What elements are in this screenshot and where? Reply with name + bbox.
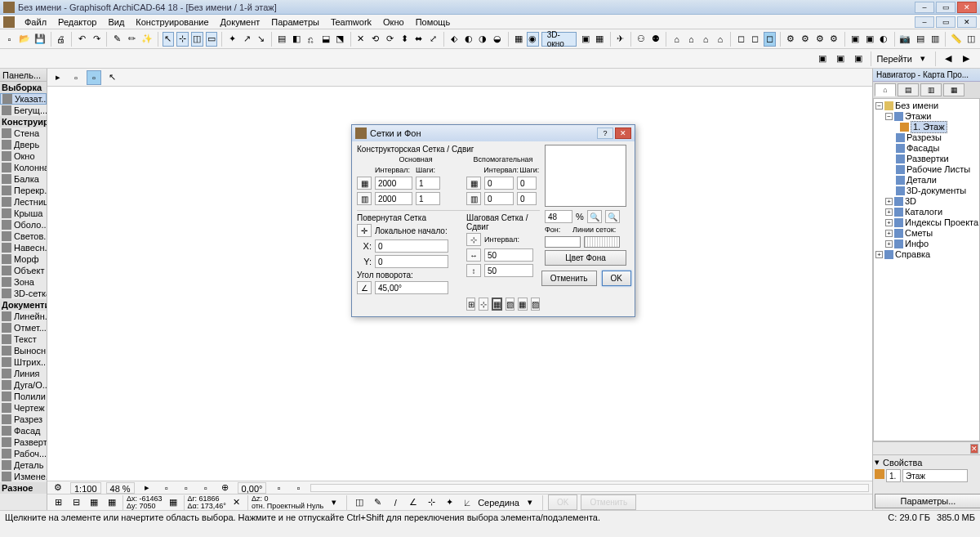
c3-icon[interactable]: ◐	[878, 32, 890, 47]
cursor-snap1-icon[interactable]: ↖	[163, 32, 175, 47]
selection-group[interactable]: Выборка	[0, 82, 47, 93]
menu-window[interactable]: Окно	[378, 17, 409, 27]
tree-item[interactable]: Детали	[875, 175, 978, 186]
camera-icon[interactable]: 📷	[898, 32, 911, 47]
expand-icon[interactable]: +	[885, 230, 893, 237]
view3d-icon[interactable]: ◉	[527, 32, 539, 47]
a1-icon[interactable]: ◻	[735, 32, 747, 47]
pointer-tool[interactable]: Указат...	[0, 93, 47, 105]
e2-icon[interactable]: ◫	[965, 32, 978, 47]
minimize-button[interactable]: –	[915, 2, 934, 13]
tool-d-icon[interactable]: ◧	[291, 32, 303, 47]
line-color-swatch[interactable]	[584, 236, 620, 248]
d2-icon[interactable]: ▤	[914, 32, 926, 47]
magic-icon[interactable]: ✨	[140, 32, 154, 47]
mdi-restore-button[interactable]: ▭	[936, 16, 956, 28]
tool-b-icon[interactable]: ↗	[241, 32, 253, 47]
dialog-cancel-button[interactable]: Отменить	[541, 271, 597, 286]
goto-dropdown-icon[interactable]: ▾	[915, 51, 930, 66]
tool-разное[interactable]: Разное	[0, 482, 47, 494]
grp1-icon[interactable]: ⌂	[670, 32, 683, 47]
tool-штрих[interactable]: Штрих...	[0, 356, 47, 368]
tool-фасад[interactable]: Фасад	[0, 425, 47, 436]
cb-b-icon[interactable]: ⊟	[69, 495, 83, 510]
grp3-icon[interactable]: ⌂	[700, 32, 712, 47]
tool-3dсетка[interactable]: 3D-сетка	[0, 288, 47, 299]
tool-балка[interactable]: Балка	[0, 173, 47, 185]
zoom-display[interactable]: 48 %	[106, 482, 135, 494]
new-icon[interactable]: ▫	[3, 32, 16, 47]
info-a-icon[interactable]: ▸	[51, 70, 65, 85]
expand-icon[interactable]: +	[875, 251, 883, 258]
tool-рабоч[interactable]: Рабоч...	[0, 448, 47, 459]
opt2-icon[interactable]: ⊹	[479, 298, 488, 311]
person1-icon[interactable]: ⚇	[635, 32, 648, 47]
percent-input[interactable]	[545, 210, 572, 223]
menu-help[interactable]: Помощь	[411, 17, 456, 27]
tool-разрез[interactable]: Разрез	[0, 414, 47, 425]
opt5-icon[interactable]: ▦	[518, 298, 527, 311]
b4-icon[interactable]: ⚙	[828, 32, 840, 47]
tool-c-icon[interactable]: ↘	[256, 32, 268, 47]
cb-k-icon[interactable]: ∠	[406, 495, 421, 510]
tool-выносн[interactable]: Выносн...	[0, 345, 47, 356]
tool-оболо[interactable]: Оболо...	[0, 219, 47, 230]
tool-линия[interactable]: Линия	[0, 368, 47, 379]
main-interval-y-input[interactable]	[375, 192, 412, 205]
main-steps-x-input[interactable]	[416, 177, 440, 190]
expand-icon[interactable]: −	[885, 113, 893, 120]
floor-number-input[interactable]	[886, 469, 901, 482]
tool-f-icon[interactable]: ⬓	[319, 32, 332, 47]
hscrollbar[interactable]	[310, 484, 869, 492]
origin-x-input[interactable]	[375, 239, 448, 253]
tool-стена[interactable]: Стена	[0, 128, 47, 139]
opt4-icon[interactable]: ▧	[506, 298, 514, 311]
b1-icon[interactable]: ⚙	[785, 32, 797, 47]
coord-ok-button[interactable]: OK	[548, 494, 577, 510]
tree-item[interactable]: +Индексы Проекта	[875, 217, 978, 228]
b2-icon[interactable]: ⚙	[800, 32, 812, 47]
zoom-fit-icon[interactable]: 🔍	[605, 210, 620, 223]
floor-name-input[interactable]	[902, 469, 968, 482]
tree-item[interactable]: Развертки	[875, 154, 978, 164]
navigator-tree[interactable]: −Без имени −Этажи 1. Этаж РазрезыФасадыР…	[873, 98, 980, 441]
info-d-icon[interactable]: ↖	[105, 70, 119, 85]
vb2-icon[interactable]: ▫	[159, 481, 174, 494]
tool-r-icon[interactable]: ▣	[579, 32, 591, 47]
snap-x-input[interactable]	[484, 248, 533, 262]
cb-m-icon[interactable]: ✦	[442, 495, 457, 510]
tool-зона[interactable]: Зона	[0, 276, 47, 288]
tool-морф[interactable]: Морф	[0, 253, 47, 265]
vb4-icon[interactable]: ▫	[198, 481, 213, 494]
opt3-icon[interactable]: ▦	[492, 298, 502, 311]
tree-story-1[interactable]: 1. Этаж	[875, 122, 978, 132]
maximize-button[interactable]: ▭	[936, 2, 956, 13]
bg-color-swatch[interactable]	[545, 236, 581, 248]
d3-icon[interactable]: ▥	[929, 32, 941, 47]
expand-icon[interactable]: +	[885, 240, 893, 248]
tool-g-icon[interactable]: ⬔	[334, 32, 346, 47]
tree-item[interactable]: +Инфо	[875, 239, 978, 249]
menu-file[interactable]: Файл	[20, 17, 51, 27]
tool-объект[interactable]: Объект	[0, 265, 47, 276]
nav-tab-layout[interactable]: ▥	[920, 83, 942, 96]
cb-a-icon[interactable]: ⊞	[51, 495, 65, 510]
tree-item[interactable]: +3D	[875, 196, 978, 207]
vb7-icon[interactable]: ▫	[291, 481, 305, 494]
vb6-icon[interactable]: ▫	[271, 481, 286, 494]
nav-tab-pub[interactable]: ▦	[943, 83, 964, 96]
tool-линейн[interactable]: Линейн...	[0, 311, 47, 322]
a2-icon[interactable]: ◻	[750, 32, 762, 47]
snap-y-input[interactable]	[484, 264, 533, 277]
tool-крыша[interactable]: Крыша	[0, 208, 47, 219]
tool-k-icon[interactable]: ⬍	[399, 32, 411, 47]
open-icon[interactable]: 📂	[18, 32, 31, 47]
nav-a-icon[interactable]: ▣	[815, 51, 830, 66]
rotation-input[interactable]	[375, 281, 448, 294]
dialog-ok-button[interactable]: OK	[602, 271, 631, 286]
expand-icon[interactable]: +	[885, 219, 893, 226]
walk-icon[interactable]: ✈	[614, 32, 626, 47]
tree-item[interactable]: +Справка	[875, 249, 978, 260]
dialog-titlebar[interactable]: Сетки и Фон ? ✕	[352, 125, 635, 141]
a3-icon[interactable]: ◻	[764, 32, 776, 47]
